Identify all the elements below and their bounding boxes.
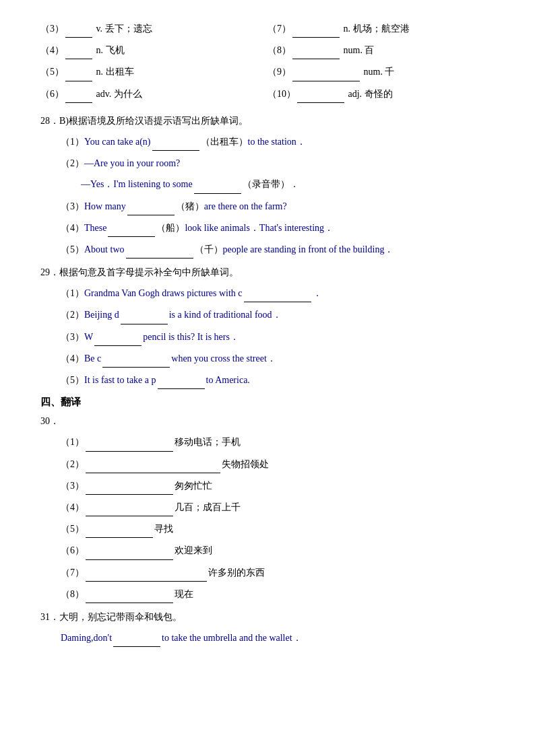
q31-blank[interactable] [113,629,160,647]
vocab-col-right-8: （8） num. 百 [268,42,495,63]
item-num-7: （7） [268,20,291,37]
q28-blank-5[interactable] [126,241,193,259]
blank-7[interactable] [292,20,340,38]
q30-meaning-8: 现在 [175,586,193,603]
q30-blank-5[interactable] [86,520,153,538]
item-num-5: （5） [40,63,64,80]
q30-num-7: （7） [61,564,84,581]
q30-num: 30． [40,413,495,429]
q30-blank-8[interactable] [86,586,173,603]
q30-blank-2[interactable] [86,456,220,473]
pos-4: n. 飞机 [94,42,125,59]
q29-pre-1: Grandma Van Gogh draws pictures with c [84,285,243,302]
pos-6: adv. 为什么 [94,85,142,102]
q28-blank-3[interactable] [127,198,175,215]
q28-hint-2: （录音带） [243,176,290,193]
vocab-item-7: （7） n. 机场；航空港 [268,20,495,38]
item-num-10: （10） [268,85,296,102]
q30-item-4: （4） 几百；成百上千 [61,499,495,516]
q28-num-4: （4） [61,219,84,236]
blank-10[interactable] [297,85,344,103]
q28-hint-1: （出租车） [201,133,248,150]
section4: 四、翻译 30． （1） 移动电话；手机 （2） 失物招领处 （3） 匆匆忙忙 [40,396,495,647]
q29-section: 29．根据句意及首字母提示补全句中所缺单词。 （1） Grandma Van G… [40,264,495,389]
item-num-6: （6） [40,85,64,102]
blank-6[interactable] [65,85,92,103]
q30-num-1: （1） [61,434,84,450]
q28-pre-5: About two [84,241,125,258]
vocab-col-right-10: （10） adj. 奇怪的 [268,85,495,107]
blank-9[interactable] [292,63,360,81]
vocab-item-4: （4） n. 飞机 [40,42,268,59]
q30-meaning-5: 寻找 [154,520,173,537]
q29-blank-4[interactable] [102,350,170,368]
q29-blank-3[interactable] [94,329,141,346]
vocab-row-4-8: （4） n. 飞机 （8） num. 百 [40,42,495,63]
q29-pre-5: It is fast to take a p [84,372,156,388]
q29-num-1: （1） [61,285,84,302]
q28-title-text: 28．B)根据语境及所给汉语提示语写出所缺单词。 [40,112,248,129]
q29-post-4: when you cross the street． [171,350,276,367]
q28-blank-4[interactable] [108,219,155,237]
q30-blank-4[interactable] [86,499,173,516]
vocab-item-8: （8） num. 百 [268,42,495,59]
q28-post-5: people are standing in front of the buil… [223,241,394,258]
q29-num-4: （4） [61,350,84,367]
q29-title-text: 29．根据句意及首字母提示补全句中所缺单词。 [40,264,239,281]
vocab-row-5-9: （5） n. 出租车 （9） num. 千 [40,63,495,85]
q30-num-5: （5） [61,520,84,537]
blank-5[interactable] [65,63,92,81]
q30-blank-6[interactable] [86,542,173,559]
q29-pre-2: Beijing d [84,306,119,323]
pos-8: num. 百 [341,42,374,59]
item-num-8: （8） [268,42,291,59]
q30-blank-1[interactable] [86,434,173,451]
q30-item-8: （8） 现在 [61,586,495,603]
item-num-4: （4） [40,42,64,59]
q29-post-2: is a kind of traditional food． [169,306,282,323]
q28-pre-3: How many [84,198,126,215]
vocab-section: （3） v. 丢下；遗忘 （7） n. 机场；航空港 （4） n. 飞机 [40,20,495,107]
blank-4[interactable] [65,42,92,59]
q29-blank-1[interactable] [244,285,311,302]
q29-blank-5[interactable] [158,372,205,389]
q28-item-2a: （2） —Are you in your room? [61,155,495,172]
q28-item-1: （1） You can take a(n) （出租车） to the stati… [61,133,495,151]
item-num-9: （9） [268,63,291,80]
q28-blank-2[interactable] [194,176,241,193]
q28-blank-1[interactable] [152,133,199,151]
q31-en-row: Daming,don't to take the umbrella and th… [40,629,495,647]
q30-num-4: （4） [61,499,84,516]
q30-item-6: （6） 欢迎来到 [61,542,495,559]
q30-blank-7[interactable] [86,564,207,582]
q29-items: （1） Grandma Van Gogh draws pictures with… [40,285,495,389]
vocab-item-5: （5） n. 出租车 [40,63,268,81]
q28-num-2: （2） [61,155,84,172]
q28-pre-4: These [84,219,106,236]
q29-num-3: （3） [61,329,84,345]
blank-3[interactable] [65,20,92,38]
q29-post-5: to America. [206,372,250,388]
q30-item-3: （3） 匆匆忙忙 [61,477,495,495]
q28-section: 28．B)根据语境及所给汉语提示语写出所缺单词。 （1） You can tak… [40,112,495,259]
q28-item-4: （4） These （船） look like animals．That's i… [61,219,495,237]
q28-post-1: to the station． [248,133,306,150]
q30-blank-3[interactable] [86,477,173,495]
q28-hint-4: （船） [156,219,185,236]
q30-item-1: （1） 移动电话；手机 [61,434,495,451]
vocab-col-right-7: （7） n. 机场；航空港 [268,20,495,42]
q29-item-1: （1） Grandma Van Gogh draws pictures with… [61,285,495,302]
pos-5: n. 出租车 [94,63,134,80]
q29-pre-3: W [84,329,93,345]
q30-meaning-2: 失物招领处 [222,456,269,473]
vocab-col-left-3: （3） v. 丢下；遗忘 [40,20,268,42]
q28-item-5: （5） About two （千） people are standing in… [61,241,495,259]
section4-title: 四、翻译 [40,396,495,409]
q28-item-3: （3） How many （猪） are there on the farm? [61,198,495,215]
blank-8[interactable] [292,42,340,59]
q29-item-5: （5） It is fast to take a p to America. [61,372,495,389]
q29-blank-2[interactable] [121,306,168,324]
pos-3: v. 丢下；遗忘 [94,20,152,37]
q30-num-2: （2） [61,456,84,473]
q28-num-5: （5） [61,241,84,258]
